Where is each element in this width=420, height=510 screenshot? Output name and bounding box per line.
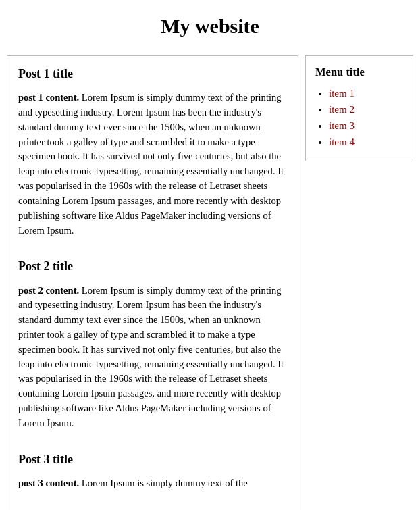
post-label-3: post 3 content. bbox=[18, 478, 79, 488]
page-title: My website bbox=[0, 12, 420, 41]
sidebar-menu-item: item 2 bbox=[329, 103, 403, 117]
sidebar-title: Menu title bbox=[315, 64, 403, 80]
post-content-2: post 2 content. Lorem Ipsum is simply du… bbox=[18, 284, 287, 431]
sidebar-link-3[interactable]: item 3 bbox=[329, 120, 355, 131]
post-title-1: Post 1 title bbox=[18, 66, 287, 82]
and-more-text: and more bbox=[157, 388, 194, 399]
sidebar-menu-item: item 1 bbox=[329, 86, 403, 101]
sidebar-link-4[interactable]: item 4 bbox=[329, 136, 355, 147]
sidebar-menu-item: item 4 bbox=[329, 135, 403, 149]
post-title-3: Post 3 title bbox=[18, 451, 287, 468]
page-header: My website bbox=[0, 0, 420, 49]
post-content-1: post 1 content. Lorem Ipsum is simply du… bbox=[18, 91, 287, 238]
post-label-1: post 1 content. bbox=[18, 92, 79, 103]
sidebar: Menu title item 1item 2item 3item 4 bbox=[305, 55, 413, 161]
post-content-3: post 3 content. Lorem Ipsum is simply du… bbox=[18, 476, 287, 491]
sidebar-link-2[interactable]: item 2 bbox=[329, 104, 355, 115]
sidebar-menu: item 1item 2item 3item 4 bbox=[315, 86, 403, 149]
sidebar-menu-item: item 3 bbox=[329, 119, 403, 133]
post-3: Post 3 titlepost 3 content. Lorem Ipsum … bbox=[18, 451, 287, 491]
post-label-2: post 2 content. bbox=[18, 285, 79, 296]
post-2: Post 2 titlepost 2 content. Lorem Ipsum … bbox=[18, 258, 287, 430]
main-content: Post 1 titlepost 1 content. Lorem Ipsum … bbox=[7, 55, 298, 510]
sidebar-link-1[interactable]: item 1 bbox=[329, 88, 355, 99]
post-1: Post 1 titlepost 1 content. Lorem Ipsum … bbox=[18, 66, 287, 238]
post-title-2: Post 2 title bbox=[18, 258, 287, 275]
layout: Post 1 titlepost 1 content. Lorem Ipsum … bbox=[0, 49, 420, 510]
